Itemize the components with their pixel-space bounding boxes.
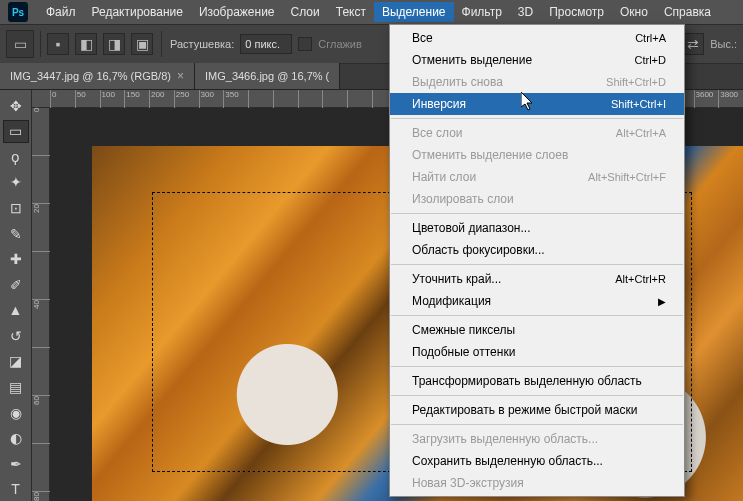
ruler-tick: [32, 252, 50, 300]
menu-item-label: Область фокусировки...: [412, 243, 545, 257]
menu-слои[interactable]: Слои: [283, 2, 328, 22]
menu-shortcut: Alt+Ctrl+A: [616, 127, 666, 139]
ruler-tick: [32, 348, 50, 396]
menu-item-label: Модификация: [412, 294, 491, 308]
menu-item[interactable]: ВсеCtrl+A: [390, 27, 684, 49]
menu-shortcut: Ctrl+D: [635, 54, 666, 66]
menu-item[interactable]: ИнверсияShift+Ctrl+I: [390, 93, 684, 115]
add-selection-icon[interactable]: ◧: [75, 33, 97, 55]
menu-item-label: Трансформировать выделенную область: [412, 374, 642, 388]
ruler-tick: 350: [223, 90, 248, 108]
lasso-tool-icon[interactable]: ϙ: [3, 145, 29, 169]
menu-выделение[interactable]: Выделение: [374, 2, 454, 22]
menu-item-label: Найти слои: [412, 170, 476, 184]
ruler-tick: [347, 90, 372, 108]
antialias-label: Сглажив: [318, 38, 362, 50]
intersect-selection-icon[interactable]: ▣: [131, 33, 153, 55]
menu-shortcut: Ctrl+A: [635, 32, 666, 44]
link-icon[interactable]: ⇄: [682, 33, 704, 55]
menu-справка[interactable]: Справка: [656, 2, 719, 22]
height-label: Выс.:: [710, 38, 737, 50]
feather-label: Растушевка:: [170, 38, 234, 50]
menu-просмотр[interactable]: Просмотр: [541, 2, 612, 22]
menu-item[interactable]: Смежные пикселы: [390, 319, 684, 341]
menu-item-label: Уточнить край...: [412, 272, 501, 286]
blur-tool-icon[interactable]: ◉: [3, 401, 29, 425]
menu-фильтр[interactable]: Фильтр: [454, 2, 510, 22]
crop-tool-icon[interactable]: ⊡: [3, 196, 29, 220]
menu-item-label: Все слои: [412, 126, 463, 140]
menu-файл[interactable]: Файл: [38, 2, 84, 22]
menu-окно[interactable]: Окно: [612, 2, 656, 22]
menu-item-label: Сохранить выделенную область...: [412, 454, 603, 468]
menu-item[interactable]: Уточнить край...Alt+Ctrl+R: [390, 268, 684, 290]
ruler-tick: [32, 444, 50, 492]
menu-separator: [391, 118, 683, 119]
marquee-tool-icon[interactable]: ▭: [3, 120, 29, 144]
menu-item[interactable]: Область фокусировки...: [390, 239, 684, 261]
menu-separator: [391, 315, 683, 316]
feather-input[interactable]: [240, 34, 292, 54]
menu-текст[interactable]: Текст: [328, 2, 374, 22]
brush-tool-icon[interactable]: ✐: [3, 273, 29, 297]
menu-изображение[interactable]: Изображение: [191, 2, 283, 22]
close-icon[interactable]: ×: [177, 69, 184, 83]
menu-item[interactable]: Модификация▶: [390, 290, 684, 312]
menu-3d[interactable]: 3D: [510, 2, 541, 22]
menu-shortcut: Shift+Ctrl+I: [611, 98, 666, 110]
menu-item-label: Отменить выделение слоев: [412, 148, 568, 162]
menu-item-label: Подобные оттенки: [412, 345, 515, 359]
menu-item[interactable]: Отменить выделениеCtrl+D: [390, 49, 684, 71]
pen-tool-icon[interactable]: ✒: [3, 452, 29, 476]
ruler-tick: 20: [32, 204, 50, 252]
history-brush-tool-icon[interactable]: ↺: [3, 324, 29, 348]
app-logo: Ps: [8, 2, 28, 22]
menu-separator: [391, 366, 683, 367]
new-selection-icon[interactable]: ▪: [47, 33, 69, 55]
healing-brush-tool-icon[interactable]: ✚: [3, 247, 29, 271]
ruler-tick: [248, 90, 273, 108]
menu-item: Все слоиAlt+Ctrl+A: [390, 122, 684, 144]
ruler-tick: 60: [32, 396, 50, 444]
tab-title: IMG_3466.jpg @ 16,7% (: [205, 70, 329, 82]
menu-item[interactable]: Редактировать в режиме быстрой маски: [390, 399, 684, 421]
tab-title: IMG_3447.jpg @ 16,7% (RGB/8): [10, 70, 171, 82]
ruler-tick: 250: [174, 90, 199, 108]
clone-stamp-tool-icon[interactable]: ▲: [3, 299, 29, 323]
type-tool-icon[interactable]: T: [3, 477, 29, 501]
ruler-tick: 80: [32, 492, 50, 501]
selection-menu-dropdown: ВсеCtrl+AОтменить выделениеCtrl+DВыделит…: [389, 24, 685, 497]
antialias-checkbox[interactable]: [298, 37, 312, 51]
gradient-tool-icon[interactable]: ▤: [3, 375, 29, 399]
move-tool-icon[interactable]: ✥: [3, 94, 29, 118]
menu-item: Отменить выделение слоев: [390, 144, 684, 166]
ruler-tick: [322, 90, 347, 108]
menu-item-label: Цветовой диапазон...: [412, 221, 530, 235]
subtract-selection-icon[interactable]: ◨: [103, 33, 125, 55]
menu-item[interactable]: Сохранить выделенную область...: [390, 450, 684, 472]
eraser-tool-icon[interactable]: ◪: [3, 350, 29, 374]
menu-shortcut: Alt+Ctrl+R: [615, 273, 666, 285]
toolbox: ✥ ▭ ϙ ✦ ⊡ ✎ ✚ ✐ ▲ ↺ ◪ ▤ ◉ ◐ ✒ T: [0, 90, 32, 501]
menu-item: Новая 3D-экструзия: [390, 472, 684, 494]
menu-item-label: Изолировать слои: [412, 192, 514, 206]
menu-item-label: Все: [412, 31, 433, 45]
ruler-tick: 150: [124, 90, 149, 108]
menu-item: Изолировать слои: [390, 188, 684, 210]
menu-shortcut: Shift+Ctrl+D: [606, 76, 666, 88]
menu-item[interactable]: Трансформировать выделенную область: [390, 370, 684, 392]
menu-item[interactable]: Подобные оттенки: [390, 341, 684, 363]
ruler-tick: 200: [149, 90, 174, 108]
document-tab[interactable]: IMG_3466.jpg @ 16,7% (: [195, 63, 340, 89]
menubar: Ps ФайлРедактированиеИзображениеСлоиТекс…: [0, 0, 743, 24]
eyedropper-tool-icon[interactable]: ✎: [3, 222, 29, 246]
ruler-tick: 100: [100, 90, 125, 108]
dodge-tool-icon[interactable]: ◐: [3, 426, 29, 450]
menu-item-label: Смежные пикселы: [412, 323, 515, 337]
tool-preset-icon[interactable]: ▭: [6, 30, 34, 58]
menu-item[interactable]: Цветовой диапазон...: [390, 217, 684, 239]
menu-редактирование[interactable]: Редактирование: [84, 2, 191, 22]
menu-item-label: Инверсия: [412, 97, 466, 111]
document-tab[interactable]: IMG_3447.jpg @ 16,7% (RGB/8) ×: [0, 63, 195, 89]
magic-wand-tool-icon[interactable]: ✦: [3, 171, 29, 195]
